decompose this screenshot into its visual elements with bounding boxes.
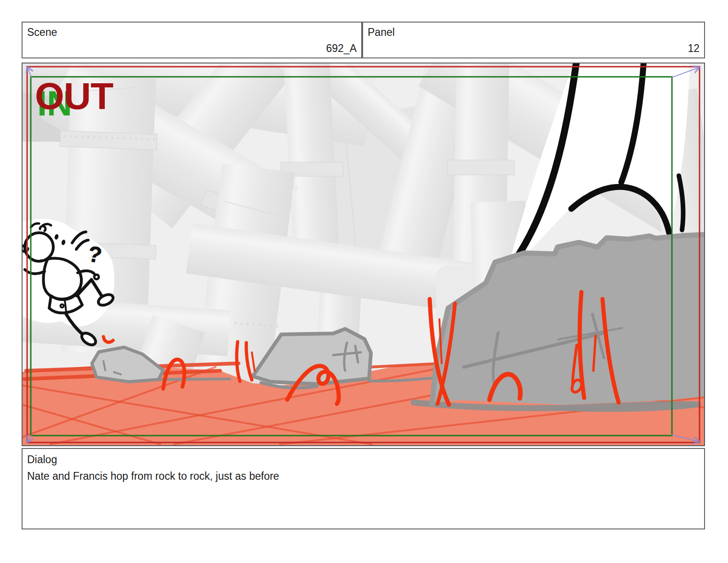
panel-label: Panel: [368, 26, 395, 39]
scene-value: 692_A: [326, 42, 357, 55]
panel-value: 12: [688, 42, 700, 55]
dialog-box: Dialog Nate and Francis hop from rock to…: [22, 448, 705, 529]
panel-cell: Panel 12: [362, 22, 705, 58]
storyboard-page: Scene 692_A Panel 12: [0, 0, 728, 563]
out-frame-label: OUT: [35, 75, 114, 117]
storyboard-artwork: ? IN OUT: [23, 63, 704, 445]
scene-cell: Scene 692_A: [22, 22, 362, 58]
dialog-text: Nate and Francis hop from rock to rock, …: [27, 470, 699, 483]
scene-label: Scene: [27, 26, 57, 39]
dialog-label: Dialog: [27, 454, 57, 466]
storyboard-panel: ? IN OUT: [22, 63, 705, 446]
